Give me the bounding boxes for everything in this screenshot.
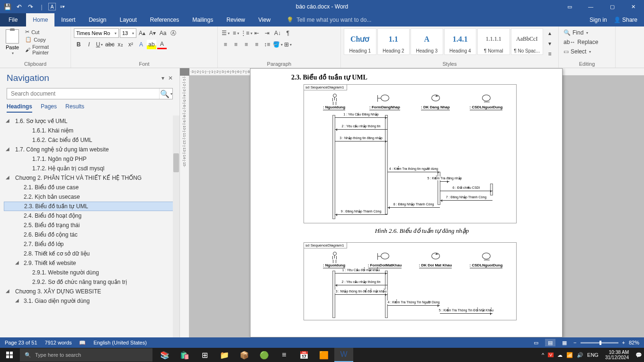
sort-icon[interactable]: A↓ bbox=[273, 28, 282, 38]
styles-up-icon[interactable]: ▴ bbox=[545, 28, 555, 38]
find-button[interactable]: 🔍 Find ▾ bbox=[562, 28, 600, 37]
task-app-5[interactable]: 📅 bbox=[295, 348, 313, 362]
document-page[interactable]: 2.3. Biểu đồ tuần tự UML sd SequenceDiag… bbox=[250, 68, 563, 337]
bullets-icon[interactable]: ☰▾ bbox=[221, 28, 230, 38]
share-button[interactable]: 👤 Share bbox=[614, 17, 637, 23]
decrease-indent-icon[interactable]: ⇤ bbox=[252, 28, 261, 38]
shrink-font-icon[interactable]: A▾ bbox=[148, 28, 157, 38]
text-select-icon[interactable]: A bbox=[48, 3, 56, 10]
ribbon-options-icon[interactable]: ▭ bbox=[559, 0, 580, 13]
tab-view[interactable]: View bbox=[252, 13, 277, 26]
tab-design[interactable]: Design bbox=[82, 13, 113, 26]
nav-tree[interactable]: ◢1.6. Sơ lược về UML1.6.1. Khái niệm1.6.… bbox=[0, 115, 179, 337]
task-app-4[interactable]: 🟢 bbox=[255, 348, 274, 362]
zoom-out-icon[interactable]: − bbox=[573, 340, 576, 345]
nav-heading-item[interactable]: 1.7.1. Ngôn ngữ PHP bbox=[4, 154, 177, 164]
style-heading-2[interactable]: 1.1Heading 2 bbox=[377, 28, 410, 55]
tray-chevron-icon[interactable]: ^ bbox=[542, 352, 544, 358]
nav-heading-item[interactable]: 2.4. Biểu đồ hoạt động bbox=[4, 211, 177, 221]
nav-heading-item[interactable]: 2.3. Biểu đồ tuần tự UML bbox=[4, 202, 177, 211]
text-effects-icon[interactable]: A bbox=[136, 40, 146, 49]
borders-icon[interactable]: ⊞▾ bbox=[283, 40, 293, 49]
word-count[interactable]: 7912 words bbox=[45, 340, 72, 345]
notifications-icon[interactable]: 💬 bbox=[635, 352, 642, 358]
increase-indent-icon[interactable]: ⇥ bbox=[262, 28, 272, 38]
nav-heading-item[interactable]: 2.7. Biểu đồ lớp bbox=[4, 239, 177, 249]
highlight-icon[interactable]: ab bbox=[147, 40, 156, 49]
vertical-ruler[interactable]: ·|·1·|·2·|·3·|·4·|·5·|·6·|·7·|·8·|·9·|·1… bbox=[180, 76, 189, 337]
nav-scrollbar[interactable] bbox=[173, 115, 179, 337]
shading-icon[interactable]: 🪣▾ bbox=[273, 40, 282, 49]
tray-app-icon[interactable]: V bbox=[548, 353, 554, 357]
nav-heading-item[interactable]: ◢Chương 2. PHÂN TÍCH VÀ THIẾT KẾ HỆ THỐN… bbox=[4, 173, 177, 183]
read-mode-icon[interactable]: ▭ bbox=[531, 339, 541, 346]
nav-heading-item[interactable]: 1.6.2. Các biểu đồ UML bbox=[4, 135, 177, 145]
task-app-3[interactable]: 📦 bbox=[235, 348, 254, 362]
tab-file[interactable]: File bbox=[0, 13, 26, 26]
font-name-combo[interactable]: Times New Ro▾ bbox=[74, 28, 119, 38]
nav-heading-item[interactable]: ◢Chương 3. XÂY DỰNG WEBSITE bbox=[4, 287, 177, 296]
strikethrough-button[interactable]: abc bbox=[105, 40, 115, 49]
line-spacing-icon[interactable]: ↕≡ bbox=[262, 40, 272, 49]
task-app-1[interactable]: 📚 bbox=[155, 348, 174, 362]
font-color-icon[interactable]: A bbox=[157, 40, 167, 49]
nav-heading-item[interactable]: 2.6. Biểu đồ cộng tác bbox=[4, 230, 177, 239]
save-icon[interactable]: 💾 bbox=[3, 2, 12, 11]
replace-button[interactable]: ab↔ Replace bbox=[562, 38, 600, 46]
print-layout-icon[interactable]: ▤ bbox=[545, 339, 555, 346]
nav-heading-item[interactable]: 2.5. Biểu đồ trạng thái bbox=[4, 221, 177, 230]
underline-button[interactable]: U▾ bbox=[95, 40, 104, 49]
change-case-icon[interactable]: Aa bbox=[158, 28, 168, 38]
nav-heading-item[interactable]: 2.2. Kịch bản usecase bbox=[4, 192, 177, 202]
undo-icon[interactable]: ↶ bbox=[14, 2, 24, 11]
taskbar-search[interactable]: 🔍 Type here to search bbox=[20, 348, 152, 362]
select-button[interactable]: ▭ Select ▾ bbox=[562, 47, 600, 56]
tray-network-icon[interactable]: 📶 bbox=[566, 352, 573, 358]
style-heading-3[interactable]: AHeading 3 bbox=[411, 28, 443, 55]
cut-button[interactable]: ✂ Cut bbox=[24, 28, 68, 35]
tab-home[interactable]: Home bbox=[26, 13, 54, 26]
tray-volume-icon[interactable]: 🔊 bbox=[577, 352, 583, 358]
nav-heading-item[interactable]: ◢1.7. Công nghệ sử dụng làm website bbox=[4, 145, 177, 154]
language-indicator[interactable]: English (United States) bbox=[93, 340, 147, 345]
task-view-icon[interactable]: ⊞ bbox=[195, 348, 214, 362]
style-heading-1[interactable]: ChươHeading 1 bbox=[344, 28, 376, 55]
nav-dropdown-icon[interactable]: ▾ bbox=[161, 75, 164, 81]
document-area[interactable]: ·3·|·2·|·1·|···|·1·|·2·|·3·|·4·|·5·|·6·|… bbox=[180, 68, 644, 337]
tab-insert[interactable]: Insert bbox=[54, 13, 82, 26]
copy-button[interactable]: 📋 Copy bbox=[24, 36, 68, 43]
align-left-icon[interactable]: ≡ bbox=[221, 40, 230, 49]
page-indicator[interactable]: Page 23 of 51 bbox=[5, 340, 37, 345]
task-app-2[interactable]: 🛍️ bbox=[175, 348, 194, 362]
subscript-button[interactable]: x₂ bbox=[116, 40, 125, 49]
file-explorer-icon[interactable]: 📁 bbox=[215, 348, 234, 362]
zoom-slider[interactable] bbox=[581, 342, 618, 344]
numbering-icon[interactable]: ≡▾ bbox=[231, 28, 241, 38]
nav-heading-item[interactable]: 2.9.1. Website người dùng bbox=[4, 268, 177, 277]
vscode-icon[interactable]: ≡ bbox=[275, 348, 294, 362]
nav-close-icon[interactable]: ✕ bbox=[168, 75, 173, 81]
tray-onedrive-icon[interactable]: ☁ bbox=[557, 352, 563, 358]
nav-tab-pages[interactable]: Pages bbox=[41, 103, 57, 113]
styles-down-icon[interactable]: ▾ bbox=[545, 39, 555, 48]
style--normal[interactable]: 1.1.1.1¶ Normal bbox=[477, 28, 510, 55]
tab-mailings[interactable]: Mailings bbox=[186, 13, 220, 26]
maximize-icon[interactable]: ▢ bbox=[601, 0, 623, 13]
nav-heading-item[interactable]: ◢1.6. Sơ lược về UML bbox=[4, 116, 177, 126]
qat-more-icon[interactable]: ≡▾ bbox=[58, 2, 67, 11]
nav-heading-item[interactable]: ◢2.9. Thiết kế website bbox=[4, 258, 177, 268]
superscript-button[interactable]: x² bbox=[126, 40, 135, 49]
align-right-icon[interactable]: ≡ bbox=[242, 40, 251, 49]
tray-clock[interactable]: 10:38 AM 31/12/2024 bbox=[602, 350, 632, 360]
nav-heading-item[interactable]: 2.8. Thiết kế cơ sở dữ liệu bbox=[4, 249, 177, 258]
styles-more-icon[interactable]: ≡ bbox=[545, 49, 555, 59]
bold-button[interactable]: B bbox=[74, 40, 83, 49]
redo-icon[interactable]: ↷ bbox=[26, 2, 35, 11]
style-heading-4[interactable]: 1.4.1Heading 4 bbox=[444, 28, 477, 55]
word-icon[interactable]: W bbox=[334, 348, 353, 362]
close-icon[interactable]: ✕ bbox=[623, 0, 644, 13]
justify-icon[interactable]: ≡ bbox=[252, 40, 261, 49]
align-center-icon[interactable]: ≡ bbox=[231, 40, 241, 49]
tab-layout[interactable]: Layout bbox=[113, 13, 143, 26]
sign-in-link[interactable]: Sign in bbox=[590, 17, 607, 23]
